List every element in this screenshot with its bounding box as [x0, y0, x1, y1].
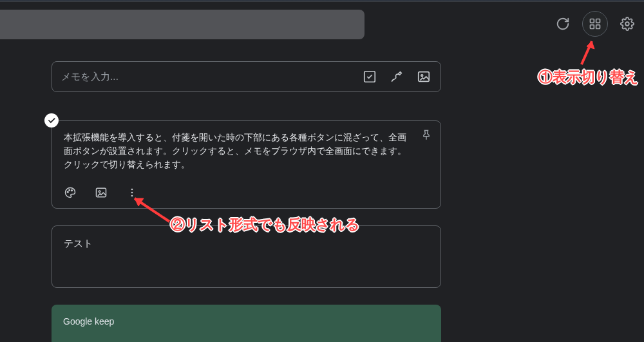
- annotation-arrow-1: [575, 32, 601, 71]
- svg-point-8: [67, 191, 68, 193]
- svg-rect-3: [596, 25, 600, 29]
- svg-rect-0: [591, 19, 594, 23]
- refresh-icon[interactable]: [555, 16, 571, 32]
- note-body: 本拡張機能を導入すると、付箋を開いた時の下部にある各種ボタンに混ざって、全画面ボ…: [64, 131, 429, 172]
- note2-title: テスト: [64, 238, 93, 249]
- top-bar: [0, 2, 644, 41]
- select-note-icon[interactable]: [44, 113, 59, 128]
- pin-icon[interactable]: [420, 129, 433, 144]
- note-card-3[interactable]: Google keep: [52, 305, 441, 342]
- note-actions: [64, 184, 429, 204]
- svg-rect-1: [596, 19, 600, 23]
- annotation-arrow-2: [126, 191, 177, 229]
- svg-point-4: [625, 22, 629, 26]
- annotation-2: ②リスト形式でも反映される: [171, 215, 360, 234]
- new-drawing-icon[interactable]: [389, 69, 404, 84]
- svg-point-10: [71, 190, 73, 191]
- note-card-2[interactable]: テスト: [52, 225, 441, 288]
- svg-rect-2: [591, 25, 594, 29]
- compose-bar[interactable]: メモを入力...: [52, 61, 441, 92]
- settings-icon[interactable]: [620, 16, 635, 32]
- svg-point-9: [69, 189, 70, 191]
- new-image-icon[interactable]: [416, 69, 431, 84]
- new-list-icon[interactable]: [362, 69, 377, 84]
- svg-point-7: [421, 75, 423, 77]
- compose-placeholder: メモを入力...: [61, 71, 350, 83]
- note-card-1[interactable]: 本拡張機能を導入すると、付箋を開いた時の下部にある各種ボタンに混ざって、全画面ボ…: [52, 120, 441, 209]
- add-image-icon[interactable]: [95, 186, 108, 199]
- main-column: メモを入力... 本拡張機能を導入すると、付箋を開いた時の下部にある各種ボタンに…: [52, 61, 441, 342]
- note3-title: Google keep: [63, 316, 114, 327]
- svg-point-13: [131, 188, 133, 190]
- search-input[interactable]: [0, 10, 365, 39]
- palette-icon[interactable]: [64, 186, 77, 199]
- svg-point-12: [99, 191, 100, 193]
